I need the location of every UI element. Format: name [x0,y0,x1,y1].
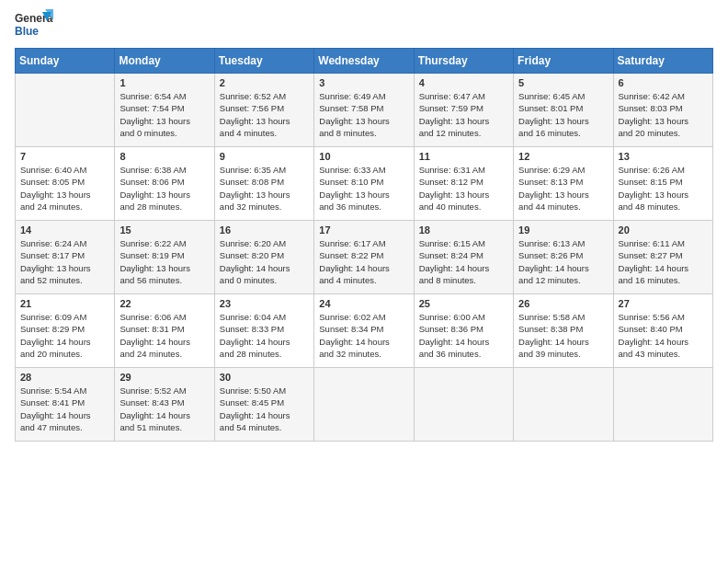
weekday-header-monday: Monday [115,49,214,74]
calendar-cell: 26Sunrise: 5:58 AM Sunset: 8:38 PM Dayli… [514,294,613,368]
calendar-cell: 22Sunrise: 6:06 AM Sunset: 8:31 PM Dayli… [115,294,214,368]
calendar-cell: 8Sunrise: 6:38 AM Sunset: 8:06 PM Daylig… [115,147,214,221]
calendar-cell [16,74,115,147]
day-details: Sunrise: 5:58 AM Sunset: 8:38 PM Dayligh… [518,311,608,360]
calendar-cell: 4Sunrise: 6:47 AM Sunset: 7:59 PM Daylig… [414,74,513,147]
calendar-cell: 29Sunrise: 5:52 AM Sunset: 8:43 PM Dayli… [115,368,214,442]
day-number: 23 [220,298,309,309]
day-details: Sunrise: 6:04 AM Sunset: 8:33 PM Dayligh… [220,311,309,360]
day-number: 18 [419,224,508,236]
day-number: 24 [319,298,408,309]
day-details: Sunrise: 5:50 AM Sunset: 8:45 PM Dayligh… [220,385,309,433]
weekday-header-thursday: Thursday [414,49,513,74]
day-details: Sunrise: 6:22 AM Sunset: 8:19 PM Dayligh… [119,237,209,286]
day-details: Sunrise: 6:40 AM Sunset: 8:05 PM Dayligh… [20,164,109,213]
weekday-header-sunday: Sunday [16,49,115,74]
calendar-cell: 15Sunrise: 6:22 AM Sunset: 8:19 PM Dayli… [115,221,214,294]
day-details: Sunrise: 5:52 AM Sunset: 8:43 PM Dayligh… [119,385,209,433]
calendar-cell: 1Sunrise: 6:54 AM Sunset: 7:54 PM Daylig… [115,74,214,147]
day-number: 11 [419,151,508,162]
weekday-header-wednesday: Wednesday [314,49,414,74]
day-number: 27 [619,298,708,309]
day-number: 16 [220,224,309,236]
calendar-cell [514,368,613,442]
day-number: 22 [119,298,209,309]
day-number: 12 [518,151,608,162]
day-number: 13 [619,151,708,162]
week-row-3: 14Sunrise: 6:24 AM Sunset: 8:17 PM Dayli… [16,221,713,294]
calendar-cell: 24Sunrise: 6:02 AM Sunset: 8:34 PM Dayli… [314,294,414,368]
day-details: Sunrise: 6:09 AM Sunset: 8:29 PM Dayligh… [20,311,109,360]
calendar-cell: 23Sunrise: 6:04 AM Sunset: 8:33 PM Dayli… [214,294,313,368]
calendar-cell: 14Sunrise: 6:24 AM Sunset: 8:17 PM Dayli… [16,221,115,294]
day-details: Sunrise: 6:49 AM Sunset: 7:58 PM Dayligh… [319,90,408,139]
day-number: 17 [319,224,408,236]
day-number: 9 [220,151,309,162]
day-details: Sunrise: 6:26 AM Sunset: 8:15 PM Dayligh… [619,164,708,213]
day-details: Sunrise: 6:38 AM Sunset: 8:06 PM Dayligh… [119,164,209,213]
week-row-1: 1Sunrise: 6:54 AM Sunset: 7:54 PM Daylig… [16,74,713,147]
day-number: 6 [619,77,708,88]
day-number: 14 [20,224,109,236]
calendar-cell: 13Sunrise: 6:26 AM Sunset: 8:15 PM Dayli… [613,147,712,221]
day-number: 5 [518,77,608,88]
day-details: Sunrise: 5:56 AM Sunset: 8:40 PM Dayligh… [619,311,708,360]
day-details: Sunrise: 6:45 AM Sunset: 8:01 PM Dayligh… [518,90,608,139]
day-details: Sunrise: 6:15 AM Sunset: 8:24 PM Dayligh… [419,237,508,286]
day-details: Sunrise: 6:52 AM Sunset: 7:56 PM Dayligh… [220,90,309,139]
weekday-header-row: SundayMondayTuesdayWednesdayThursdayFrid… [16,49,713,74]
page-header: General Blue [15,9,713,40]
day-details: Sunrise: 5:54 AM Sunset: 8:41 PM Dayligh… [20,385,109,433]
calendar-cell: 2Sunrise: 6:52 AM Sunset: 7:56 PM Daylig… [214,74,313,147]
calendar-cell: 25Sunrise: 6:00 AM Sunset: 8:36 PM Dayli… [414,294,513,368]
calendar-cell: 30Sunrise: 5:50 AM Sunset: 8:45 PM Dayli… [214,368,313,442]
week-row-5: 28Sunrise: 5:54 AM Sunset: 8:41 PM Dayli… [16,368,713,442]
day-number: 25 [419,298,508,309]
calendar-cell: 10Sunrise: 6:33 AM Sunset: 8:10 PM Dayli… [314,147,414,221]
day-number: 4 [419,77,508,88]
day-details: Sunrise: 6:13 AM Sunset: 8:26 PM Dayligh… [518,237,608,286]
calendar-cell: 17Sunrise: 6:17 AM Sunset: 8:22 PM Dayli… [314,221,414,294]
week-row-2: 7Sunrise: 6:40 AM Sunset: 8:05 PM Daylig… [16,147,713,221]
calendar-cell [414,368,513,442]
calendar-cell: 20Sunrise: 6:11 AM Sunset: 8:27 PM Dayli… [613,221,712,294]
calendar-cell: 27Sunrise: 5:56 AM Sunset: 8:40 PM Dayli… [613,294,712,368]
day-details: Sunrise: 6:31 AM Sunset: 8:12 PM Dayligh… [419,164,508,213]
calendar-cell: 12Sunrise: 6:29 AM Sunset: 8:13 PM Dayli… [514,147,613,221]
calendar-cell: 18Sunrise: 6:15 AM Sunset: 8:24 PM Dayli… [414,221,513,294]
weekday-header-friday: Friday [514,49,613,74]
day-details: Sunrise: 6:35 AM Sunset: 8:08 PM Dayligh… [220,164,309,213]
calendar-table: SundayMondayTuesdayWednesdayThursdayFrid… [15,48,713,442]
calendar-cell: 16Sunrise: 6:20 AM Sunset: 8:20 PM Dayli… [214,221,313,294]
calendar-cell [613,368,712,442]
day-number: 2 [220,77,309,88]
day-details: Sunrise: 6:02 AM Sunset: 8:34 PM Dayligh… [319,311,408,360]
day-number: 15 [119,224,209,236]
day-number: 3 [319,77,408,88]
day-details: Sunrise: 6:00 AM Sunset: 8:36 PM Dayligh… [419,311,508,360]
svg-text:Blue: Blue [15,25,39,38]
calendar-cell: 5Sunrise: 6:45 AM Sunset: 8:01 PM Daylig… [514,74,613,147]
day-details: Sunrise: 6:33 AM Sunset: 8:10 PM Dayligh… [319,164,408,213]
day-details: Sunrise: 6:24 AM Sunset: 8:17 PM Dayligh… [20,237,109,286]
day-details: Sunrise: 6:47 AM Sunset: 7:59 PM Dayligh… [419,90,508,139]
day-number: 21 [20,298,109,309]
calendar-cell: 11Sunrise: 6:31 AM Sunset: 8:12 PM Dayli… [414,147,513,221]
day-number: 28 [20,372,109,383]
day-number: 10 [319,151,408,162]
day-number: 7 [20,151,109,162]
day-number: 8 [119,151,209,162]
calendar-cell: 9Sunrise: 6:35 AM Sunset: 8:08 PM Daylig… [214,147,313,221]
day-details: Sunrise: 6:54 AM Sunset: 7:54 PM Dayligh… [119,90,209,139]
calendar-cell: 3Sunrise: 6:49 AM Sunset: 7:58 PM Daylig… [314,74,414,147]
day-details: Sunrise: 6:20 AM Sunset: 8:20 PM Dayligh… [220,237,309,286]
calendar-cell: 6Sunrise: 6:42 AM Sunset: 8:03 PM Daylig… [613,74,712,147]
calendar-cell: 21Sunrise: 6:09 AM Sunset: 8:29 PM Dayli… [16,294,115,368]
day-details: Sunrise: 6:29 AM Sunset: 8:13 PM Dayligh… [518,164,608,213]
calendar-cell: 28Sunrise: 5:54 AM Sunset: 8:41 PM Dayli… [16,368,115,442]
day-details: Sunrise: 6:11 AM Sunset: 8:27 PM Dayligh… [619,237,708,286]
day-details: Sunrise: 6:17 AM Sunset: 8:22 PM Dayligh… [319,237,408,286]
day-details: Sunrise: 6:42 AM Sunset: 8:03 PM Dayligh… [619,90,708,139]
day-number: 26 [518,298,608,309]
weekday-header-saturday: Saturday [613,49,712,74]
